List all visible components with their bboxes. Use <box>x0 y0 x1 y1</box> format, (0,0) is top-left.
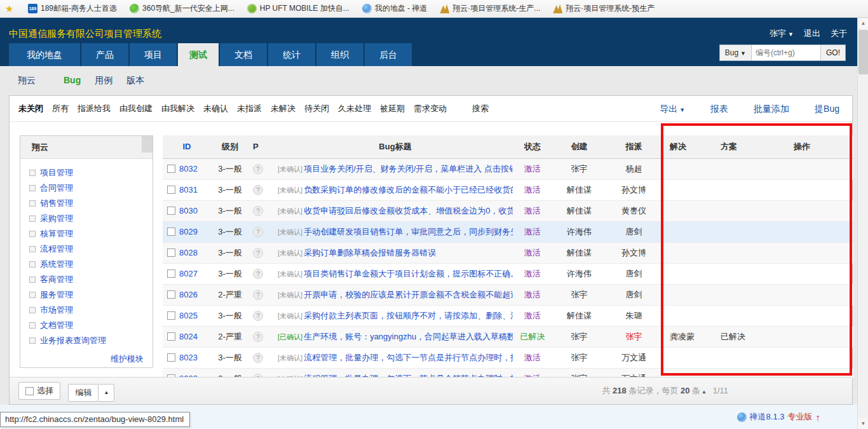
bookmark-item[interactable]: 我的地盘 - 禅道 <box>362 3 428 14</box>
bookmark-item[interactable]: ★ <box>5 4 15 14</box>
bookmark-item[interactable]: HP UFT MOBILE 加快自... <box>247 3 349 14</box>
create-bug-link[interactable]: 提Bug <box>815 104 839 115</box>
column-header-4[interactable]: 状态 <box>513 135 552 158</box>
sidebar-module-link[interactable]: 文档管理 <box>40 320 73 331</box>
row-checkbox[interactable] <box>167 311 175 320</box>
sidebar-module-link[interactable]: 服务管理 <box>40 289 73 301</box>
bug-id-link[interactable]: 8029 <box>179 227 198 236</box>
bug-title-link[interactable]: 采购付款主列表页面，按钮顺序不对，请按添加、删除、清空 <box>304 311 513 320</box>
bookmark-item[interactable]: 翔云·项目管理系统-生产... <box>440 3 540 14</box>
table-row[interactable]: 80233-一般?[未确认]流程管理，批量办理，勾选下一节点是并行节点办理时，报… <box>163 347 853 368</box>
nav-tab-2[interactable]: 产品 <box>81 43 128 66</box>
row-checkbox[interactable] <box>167 353 175 362</box>
sidebar-module-link[interactable]: 系统管理 <box>40 259 73 270</box>
sidebar-module-item[interactable]: 市场管理 <box>29 303 153 318</box>
row-checkbox[interactable] <box>167 165 175 173</box>
table-row[interactable]: 80303-一般?[未确认]收货申请驳回后修改金额收货成本、增值税金边为0，收货… <box>163 200 853 221</box>
filter-link-4[interactable]: 由我创建 <box>119 103 153 114</box>
table-row[interactable]: 80323-一般?[未确认]项目业务关闭/开启、财务关闭/开启，菜单栏进入 点击… <box>163 158 853 179</box>
row-checkbox[interactable] <box>167 269 175 278</box>
sidebar-module-item[interactable]: 客商管理 <box>29 272 153 287</box>
select-all-button[interactable]: 选择 <box>18 382 60 400</box>
column-header-2[interactable]: P <box>249 135 278 158</box>
filter-link-9[interactable]: 待关闭 <box>304 103 329 114</box>
bug-id-link[interactable]: 8025 <box>179 311 198 320</box>
bookmark-item[interactable]: 翔云·项目管理系统-预生产 <box>553 3 654 14</box>
search-module-dropdown[interactable]: Bug▼ <box>720 45 752 60</box>
bug-id-link[interactable]: 8024 <box>179 332 198 341</box>
column-header-8[interactable]: 方案 <box>712 135 779 158</box>
column-header-9[interactable]: 操作 <box>779 135 853 158</box>
nav-tab-6[interactable]: 统计 <box>268 43 315 66</box>
edition-link[interactable]: 专业版 <box>788 411 813 423</box>
bug-title-link[interactable]: 项目业务关闭/开启、财务关闭/开启，菜单栏进入 点击按钮提示 <box>304 164 513 174</box>
product-switcher[interactable]: 翔云 <box>18 75 36 86</box>
table-row[interactable]: 80283-一般?[未确认]采购订单删除草稿会报错服务器错误激活解佳谋孙文博 <box>163 242 853 263</box>
sidebar-module-item[interactable]: 销售管理 <box>29 196 153 211</box>
sidebar-module-link[interactable]: 市场管理 <box>40 304 73 316</box>
bug-id-link[interactable]: 8023 <box>179 353 198 362</box>
scrollbar-thumb[interactable] <box>858 30 868 74</box>
nav-tab-8[interactable]: 后台 <box>365 43 412 66</box>
bookmark-item[interactable]: 189189邮箱-商务人士首选 <box>28 3 117 14</box>
filter-link-7[interactable]: 未指派 <box>237 103 262 114</box>
export-dropdown[interactable]: 导出▼ <box>660 104 685 115</box>
sidebar-module-link[interactable]: 核算管理 <box>40 228 73 240</box>
filter-link-1[interactable]: 未关闭 <box>18 103 43 114</box>
table-row[interactable]: 80262-严重?[未确认]开票申请，校验的应该是累计开票金额不含税金额不能超过… <box>163 284 853 305</box>
bug-id-link[interactable]: 8027 <box>179 269 198 278</box>
bug-title-link[interactable]: 负数采购订单的修改修改后的金额不能小于已经已经收货的金额 <box>304 185 513 194</box>
filter-link-5[interactable]: 由我解决 <box>161 103 194 114</box>
bug-id-link[interactable]: 8026 <box>179 290 198 299</box>
sidebar-module-link[interactable]: 采购管理 <box>40 213 73 224</box>
column-header-0[interactable]: ID <box>163 135 211 158</box>
table-row[interactable]: 80242-严重?[已确认]生产环境，账号：yangyingzhu，合同起草进入… <box>163 326 853 347</box>
sidebar-module-item[interactable]: 文档管理 <box>29 318 153 333</box>
pager-size-toggle[interactable]: ▲ <box>702 389 707 395</box>
sidebar-module-item[interactable]: 合同管理 <box>29 180 153 196</box>
row-checkbox[interactable] <box>167 332 175 341</box>
column-header-1[interactable]: 级别 <box>211 135 249 158</box>
bug-id-link[interactable]: 8032 <box>179 164 198 174</box>
bug-title-link[interactable]: 收货申请驳回后修改金额收货成本、增值税金边为0，收货申请 <box>304 206 513 215</box>
bug-title-link[interactable]: 项目类销售订单金额大于项目计划金额，提示图标不正确。应 <box>304 269 513 278</box>
sidebar-scrollbar[interactable] <box>142 136 153 153</box>
filter-link-2[interactable]: 所有 <box>52 103 69 114</box>
bookmark-item[interactable]: 360导航_新一代安全上网... <box>130 3 234 14</box>
filter-search-link[interactable]: 搜索 <box>472 103 489 114</box>
subnav-tab-2[interactable]: 用例 <box>95 75 112 86</box>
bug-title-link[interactable]: 手动创建研发项目销售订单，审批同意之后，同步到财务失败 <box>304 227 513 236</box>
row-checkbox[interactable] <box>167 249 175 257</box>
edit-dropdown-button[interactable]: ▲ <box>98 384 114 402</box>
powered-by-link[interactable]: 禅道8.1.3 <box>750 411 785 423</box>
nav-tab-4[interactable]: 测试 <box>178 43 219 66</box>
sidebar-module-item[interactable]: 项目管理 <box>29 165 153 180</box>
sidebar-module-item[interactable]: 流程管理 <box>29 242 153 257</box>
search-input[interactable] <box>752 45 820 60</box>
column-header-5[interactable]: 创建 <box>552 135 606 158</box>
sidebar-module-link[interactable]: 销售管理 <box>40 198 73 209</box>
bug-title-link[interactable]: 采购订单删除草稿会报错服务器错误 <box>304 248 436 257</box>
subnav-tab-3[interactable]: 版本 <box>126 75 144 86</box>
sidebar-module-item[interactable]: 采购管理 <box>29 211 153 226</box>
report-link[interactable]: 报表 <box>710 104 728 115</box>
filter-link-11[interactable]: 被延期 <box>380 103 405 114</box>
row-checkbox[interactable] <box>167 186 175 194</box>
edit-button[interactable]: 编辑 <box>68 384 98 402</box>
bug-id-link[interactable]: 8030 <box>179 206 198 215</box>
row-checkbox[interactable] <box>167 290 175 299</box>
scrollbar-down-arrow-icon[interactable]: ▼ <box>858 418 868 429</box>
search-go-button[interactable]: GO! <box>820 45 845 60</box>
table-row[interactable]: 80313-一般?[未确认]负数采购订单的修改修改后的金额不能小于已经已经收货的… <box>163 179 853 200</box>
bug-id-link[interactable]: 8028 <box>179 248 198 257</box>
nav-tab-1[interactable]: 我的地盘 <box>9 43 80 66</box>
row-checkbox[interactable] <box>167 207 175 215</box>
filter-link-12[interactable]: 需求变动 <box>414 103 447 114</box>
logout-link[interactable]: 退出 <box>804 28 820 39</box>
sidebar-module-link[interactable]: 合同管理 <box>40 182 73 194</box>
nav-tab-7[interactable]: 组织 <box>316 43 363 66</box>
sidebar-module-item[interactable]: 核算管理 <box>29 226 153 242</box>
sidebar-module-item[interactable]: 服务管理 <box>29 287 153 303</box>
scrollbar-up-arrow-icon[interactable]: ▲ <box>858 18 868 29</box>
sidebar-module-link[interactable]: 客商管理 <box>40 274 73 285</box>
